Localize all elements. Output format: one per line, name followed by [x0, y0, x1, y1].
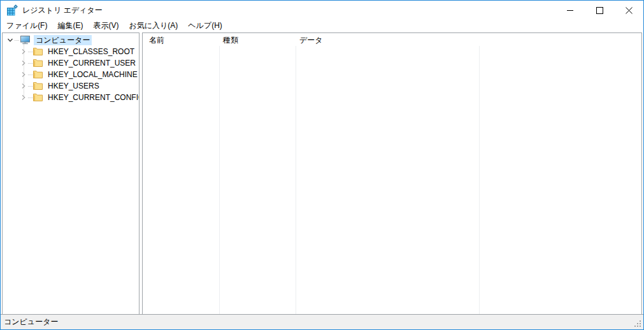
chevron-right-icon[interactable] [20, 82, 27, 90]
chevron-right-icon[interactable] [20, 94, 27, 101]
tree-item-hkey-local-machine[interactable]: HKEY_LOCAL_MACHINE [3, 69, 139, 80]
minimize-button[interactable] [555, 1, 585, 20]
column-divider [479, 33, 480, 314]
folder-icon [33, 94, 43, 101]
column-header-data[interactable]: データ [299, 35, 323, 46]
maximize-icon [596, 7, 603, 14]
menu-file[interactable]: ファイル(F) [1, 19, 52, 33]
tree-item-hkey-current-config[interactable]: HKEY_CURRENT_CONFIG [3, 92, 139, 103]
chevron-down-icon[interactable] [6, 36, 14, 44]
menubar: ファイル(F) 編集(E) 表示(V) お気に入り(A) ヘルプ(H) [1, 20, 643, 32]
menu-edit[interactable]: 編集(E) [52, 19, 88, 33]
tree-item-hkey-users[interactable]: HKEY_USERS [3, 80, 139, 92]
chevron-right-icon[interactable] [20, 71, 27, 78]
minimize-icon [567, 7, 573, 13]
tree-dotted-stub [28, 97, 32, 98]
tree-item-label[interactable]: HKEY_CLASSES_ROOT [46, 47, 136, 57]
menu-favorites[interactable]: お気に入り(A) [124, 19, 183, 33]
computer-icon [20, 36, 31, 45]
tree-item-label[interactable]: HKEY_CURRENT_CONFIG [46, 92, 140, 103]
chevron-right-icon[interactable] [20, 48, 27, 55]
content-area: コンピューター HKEY_CLASSES_ROOT [1, 32, 643, 315]
window-title: レジストリ エディター [22, 5, 103, 16]
list-header: 名前 種類 データ [143, 33, 641, 46]
tree-item-label-computer[interactable]: コンピューター [34, 35, 92, 45]
values-list-pane[interactable]: 名前 種類 データ [142, 32, 642, 315]
menu-view[interactable]: 表示(V) [88, 19, 124, 33]
folder-icon [33, 48, 43, 55]
tree-dotted-stub [28, 63, 32, 64]
registry-editor-app-icon [6, 4, 18, 16]
tree-item-label[interactable]: HKEY_USERS [46, 81, 101, 91]
chevron-right-icon[interactable] [20, 59, 27, 67]
titlebar: レジストリ エディター [1, 1, 643, 20]
maximize-button[interactable] [585, 1, 614, 20]
close-button[interactable] [614, 1, 643, 20]
column-header-name[interactable]: 名前 [149, 35, 164, 46]
tree-item-computer[interactable]: コンピューター [3, 34, 139, 46]
folder-icon [33, 82, 43, 90]
tree-dotted-stub [15, 40, 19, 41]
tree-dotted-stub [28, 86, 32, 87]
tree-item-hkey-current-user[interactable]: HKEY_CURRENT_USER [3, 57, 139, 69]
registry-tree: コンピューター HKEY_CLASSES_ROOT [3, 33, 139, 103]
folder-icon [33, 59, 43, 67]
tree-dotted-stub [28, 75, 32, 75]
menu-help[interactable]: ヘルプ(H) [183, 19, 227, 33]
column-divider [296, 33, 296, 314]
folder-icon [33, 71, 43, 78]
tree-item-label[interactable]: HKEY_CURRENT_USER [46, 58, 138, 68]
tree-dotted-stub [28, 52, 32, 52]
resize-grip[interactable] [633, 319, 642, 328]
column-divider [219, 33, 220, 314]
column-header-type[interactable]: 種類 [223, 35, 238, 46]
tree-item-label[interactable]: HKEY_LOCAL_MACHINE [46, 69, 140, 80]
statusbar: コンピューター [1, 314, 643, 329]
registry-tree-pane[interactable]: コンピューター HKEY_CLASSES_ROOT [2, 32, 140, 315]
status-path-text: コンピューター [1, 317, 58, 327]
close-icon [626, 7, 633, 14]
window-controls [555, 1, 643, 20]
tree-item-hkey-classes-root[interactable]: HKEY_CLASSES_ROOT [3, 46, 139, 57]
registry-editor-window: レジストリ エディター ファイル(F) 編集(E) 表示(V) お気に入り(A)… [0, 0, 644, 330]
